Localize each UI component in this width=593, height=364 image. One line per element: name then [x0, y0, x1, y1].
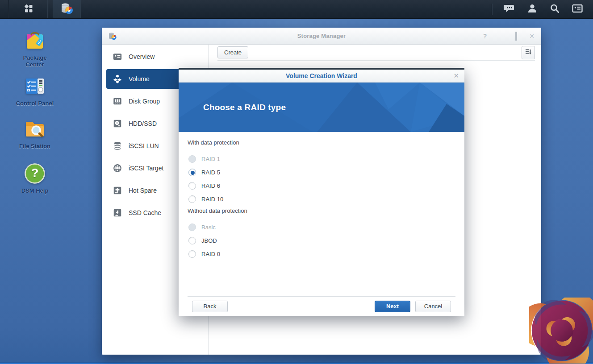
desktop-icon-dsm-help[interactable]: ? DSM Help	[10, 161, 59, 194]
radio-raid-5[interactable]: RAID 5	[188, 165, 455, 179]
dialog-footer: Back Next Cancel	[188, 296, 455, 316]
next-button[interactable]: Next	[375, 301, 410, 312]
window-titlebar[interactable]: Storage Manager ? ✕	[102, 28, 541, 45]
desktop-icon-label: File Station	[13, 143, 56, 149]
file-station-icon	[23, 117, 47, 141]
overview-icon	[113, 52, 122, 62]
radio-label: RAID 5	[201, 169, 220, 176]
desktop-icon-package-center[interactable]: Package Center	[10, 29, 59, 68]
taskbar-divider	[492, 4, 492, 15]
desktop-icon-label: Package Center	[13, 54, 56, 68]
dialog-heading: Choose a RAID type	[203, 83, 286, 132]
radio-circle[interactable]	[188, 237, 196, 244]
dialog-body: With data protection RAID 1 RAID 5 RAID …	[179, 132, 464, 261]
collapse-all-button[interactable]	[522, 46, 535, 59]
hdd-ssd-icon	[113, 119, 122, 128]
sidebar-item-label: Hot Spare	[129, 187, 157, 194]
search-icon[interactable]	[549, 3, 560, 16]
desktop-icon-control-panel[interactable]: Control Panel	[10, 74, 59, 107]
dsm-help-icon: ?	[23, 161, 47, 186]
dialog-titlebar[interactable]: Volume Creation Wizard ✕	[179, 70, 464, 83]
dialog-title: Volume Creation Wizard	[179, 72, 464, 79]
radio-label: JBOD	[201, 237, 217, 244]
radio-circle	[188, 223, 196, 231]
group-label-without-protection: Without data protection	[188, 207, 455, 216]
sidebar-item-label: SSD Cache	[129, 209, 161, 216]
ssd-cache-icon	[113, 208, 122, 218]
radio-label: RAID 1	[201, 156, 220, 162]
storage-manager-taskbar-button[interactable]	[53, 0, 81, 18]
sidebar-item-label: iSCSI LUN	[129, 142, 159, 149]
storage-manager-window-icon	[108, 32, 117, 41]
window-title: Storage Manager	[102, 33, 541, 39]
radio-circle[interactable]	[188, 182, 196, 190]
volume-icon	[113, 74, 122, 84]
main-menu-button[interactable]	[9, 0, 48, 18]
sidebar-item-label: Overview	[129, 53, 155, 60]
back-button[interactable]: Back	[192, 301, 228, 312]
show-desktop-strip[interactable]	[0, 0, 9, 18]
window-help-button[interactable]: ?	[482, 33, 488, 40]
desktop-icon-file-station[interactable]: File Station	[10, 117, 59, 149]
sidebar-item-label: iSCSI Target	[129, 165, 163, 172]
sidebar-item-overview[interactable]: Overview	[106, 46, 208, 68]
sidebar-item-label: Volume	[129, 75, 150, 83]
radio-circle	[188, 155, 196, 163]
dialog-close-button[interactable]: ✕	[453, 72, 459, 80]
radio-basic: Basic	[188, 220, 455, 234]
radio-circle[interactable]	[188, 250, 196, 258]
radio-jbod[interactable]: JBOD	[188, 234, 455, 247]
storage-manager-app-icon	[60, 2, 74, 17]
desktop-icon-label: Control Panel	[13, 100, 56, 107]
radio-label: RAID 0	[201, 251, 220, 257]
window-maximize-button[interactable]	[515, 32, 517, 41]
content-toolbar: Create	[217, 45, 535, 61]
radio-label: RAID 6	[201, 182, 220, 189]
desktop-icon-label: DSM Help	[13, 187, 56, 194]
question-mark-glyph: ?	[24, 163, 46, 184]
dialog-banner: Choose a RAID type	[179, 83, 464, 132]
iscsi-lun-icon	[113, 141, 122, 151]
disk-group-icon	[113, 96, 122, 106]
package-center-icon	[23, 29, 47, 53]
window-close-button[interactable]: ✕	[529, 33, 535, 40]
control-panel-icon	[23, 74, 47, 98]
taskbar	[0, 0, 593, 19]
radio-raid-0[interactable]: RAID 0	[188, 247, 455, 261]
radio-label: RAID 10	[201, 196, 223, 203]
radio-circle[interactable]	[188, 169, 196, 176]
iscsi-target-icon	[113, 163, 122, 173]
desktop-bottom-accent	[0, 362, 593, 364]
cancel-button[interactable]: Cancel	[415, 301, 451, 312]
radio-circle[interactable]	[188, 195, 196, 203]
create-button[interactable]: Create	[217, 46, 248, 58]
main-menu-icon	[23, 3, 34, 16]
collapse-list-icon	[524, 48, 532, 57]
radio-raid-10[interactable]: RAID 10	[188, 192, 455, 206]
hot-spare-icon	[113, 186, 122, 195]
sidebar-item-label: Disk Group	[129, 98, 160, 105]
group-label-with-protection: With data protection	[188, 139, 455, 148]
volume-creation-wizard-dialog: Volume Creation Wizard ✕ Choose a RAID t…	[179, 68, 464, 316]
user-icon[interactable]	[527, 3, 538, 16]
radio-raid-1: RAID 1	[188, 152, 455, 165]
radio-raid-6[interactable]: RAID 6	[188, 179, 455, 192]
chat-icon[interactable]	[504, 3, 515, 16]
pilot-view-icon[interactable]	[572, 3, 583, 16]
radio-label: Basic	[201, 224, 216, 231]
sidebar-item-label: HDD/SSD	[129, 120, 157, 127]
